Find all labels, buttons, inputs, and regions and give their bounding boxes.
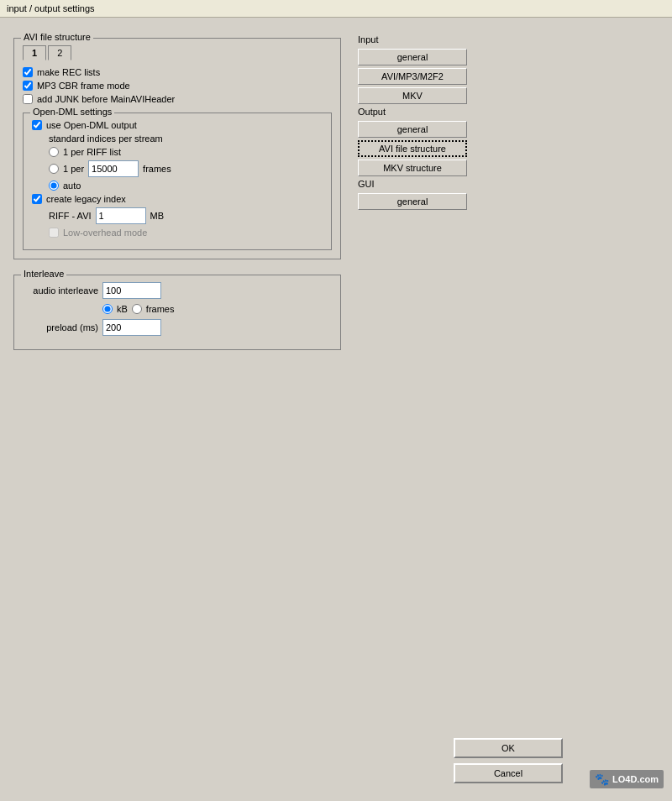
gui-section-label: GUI [358,179,659,189]
input-section-label: Input [358,34,659,44]
radio-1-per-riff-label: 1 per RIFF list [63,147,121,157]
frames-label: frames [143,164,171,174]
add-junk-row: add JUNK before MainAVIHeader [23,94,332,104]
radio-frames[interactable] [132,304,142,314]
mp3-cbr-label: MP3 CBR frame mode [37,81,130,91]
preload-row: preload (ms) [23,319,332,336]
interleave-group: Interleave audio interleave kB frames pr… [13,275,341,350]
use-opendml-label: use Open-DML output [46,120,137,130]
preload-input[interactable] [102,319,161,336]
watermark-text: LO4D.com [612,774,659,784]
radio-1-per[interactable] [49,164,59,174]
make-rec-label: make REC lists [37,67,100,77]
btn-output-general[interactable]: general [358,121,467,138]
interleave-title: Interleave [21,269,66,279]
btn-input-avimp3m2f2[interactable]: AVI/MP3/M2F2 [358,68,467,85]
radio-1-per-riff[interactable] [49,147,59,157]
kb-label: kB [117,304,128,314]
tab-2[interactable]: 2 [48,45,71,60]
window-title: input / output settings [7,3,95,13]
btn-input-general[interactable]: general [358,49,467,65]
kb-frames-radio-row: kB frames [102,304,332,314]
mb-label: MB [150,211,165,221]
input-section: Input general AVI/MP3/M2F2 MKV [358,34,659,107]
right-panel: Input general AVI/MP3/M2F2 MKV Output ge… [358,31,659,783]
watermark: 🐾 LO4D.com [590,770,664,788]
audio-interleave-input[interactable] [102,282,161,299]
check-add-junk[interactable] [23,94,33,104]
btn-gui-general[interactable]: general [358,193,467,210]
avi-file-structure-group: AVI file structure 1 2 make REC lists MP… [13,38,341,259]
radio-1-per-riff-row: 1 per RIFF list [49,147,323,157]
left-panel: AVI file structure 1 2 make REC lists MP… [13,31,341,783]
preload-label: preload (ms) [23,322,98,332]
radio-1-per-row: 1 per frames [49,160,323,177]
check-use-opendml[interactable] [32,120,42,130]
output-section-label: Output [358,107,659,117]
output-section: Output general AVI file structure MKV st… [358,107,659,179]
mp3-cbr-row: MP3 CBR frame mode [23,81,332,91]
use-opendml-row: use Open-DML output [32,120,323,130]
radio-1-per-label: 1 per [63,164,84,174]
radio-auto-label: auto [63,181,81,191]
check-create-legacy[interactable] [32,194,42,204]
radio-kb[interactable] [102,304,113,314]
btn-input-mkv[interactable]: MKV [358,87,467,104]
audio-interleave-row: audio interleave [23,282,332,299]
add-junk-label: add JUNK before MainAVIHeader [37,94,175,104]
check-make-rec[interactable] [23,67,33,77]
riff-avi-row: RIFF - AVI MB [49,207,323,224]
create-legacy-row: create legacy index [32,194,323,204]
check-low-overhead [49,228,59,238]
riff-avi-label: RIFF - AVI [49,211,92,221]
gui-section: GUI general [358,179,659,212]
riff-avi-input[interactable] [96,207,146,224]
low-overhead-label: Low-overhead mode [63,228,147,238]
open-dml-title: Open-DML settings [30,107,114,117]
low-overhead-row: Low-overhead mode [49,228,323,238]
tab-row: 1 2 [23,45,332,60]
open-dml-group: Open-DML settings use Open-DML output st… [23,113,332,250]
frames-input[interactable] [88,160,139,177]
btn-output-mkv[interactable]: MKV structure [358,160,467,176]
radio-auto[interactable] [49,181,59,191]
title-bar: input / output settings [0,0,672,18]
make-rec-row: make REC lists [23,67,332,77]
ok-button[interactable]: OK [454,738,563,758]
tab-1[interactable]: 1 [23,45,46,60]
frames-unit-label: frames [146,304,175,314]
check-mp3-cbr[interactable] [23,81,33,91]
audio-interleave-label: audio interleave [23,285,98,296]
radio-auto-row: auto [49,181,323,191]
create-legacy-label: create legacy index [46,194,126,204]
btn-output-avi-file[interactable]: AVI file structure [358,140,467,157]
cancel-button[interactable]: Cancel [454,763,563,783]
standard-indices-label: standard indices per stream [49,134,163,144]
avi-group-title: AVI file structure [21,32,93,42]
